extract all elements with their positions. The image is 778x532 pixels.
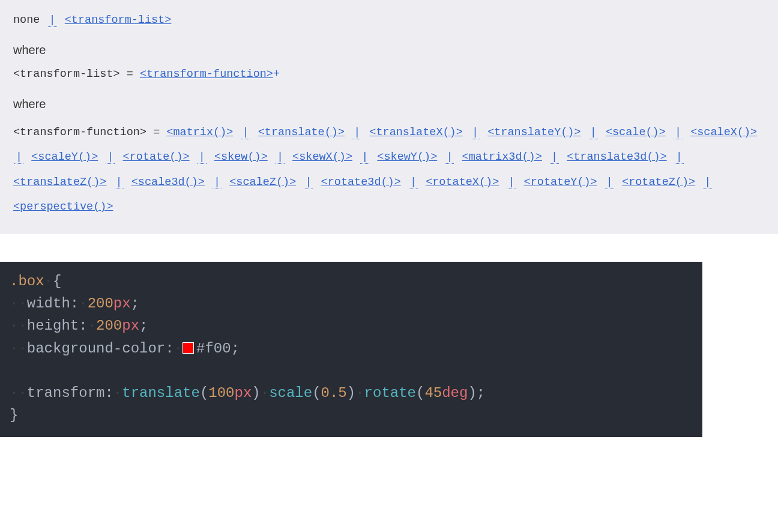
link-transform-func[interactable]: <skewY()> [377, 151, 437, 163]
combinator-pipe[interactable]: | [198, 151, 207, 164]
link-transform-func[interactable]: <rotateY()> [524, 176, 597, 189]
token-semicolon: ; [231, 340, 240, 357]
token-semicolon: ; [131, 295, 139, 312]
combinator-pipe[interactable]: | [213, 176, 222, 189]
token-selector: .box [10, 273, 44, 289]
token-paren-open: ( [416, 385, 424, 401]
whitespace-dot: · [10, 340, 18, 357]
syntax-definition-box: none | <transform-list> where <transform… [0, 0, 778, 234]
token-number: 100 [208, 385, 234, 401]
token-brace-close: } [10, 407, 18, 423]
combinator-pipe[interactable]: | [276, 151, 285, 164]
whitespace-dot: · [174, 340, 182, 357]
link-transform-func[interactable]: <scaleY()> [31, 151, 98, 163]
token-paren-close: ) [252, 385, 260, 401]
token-unit: deg [442, 385, 468, 401]
token-hex: #f00 [196, 340, 231, 357]
combinator-pipe[interactable]: | [409, 176, 418, 189]
token-paren-close: ) [347, 385, 355, 401]
syntax-line-2: <transform-list> = <transform-function>+ [13, 65, 765, 84]
token-function: scale [269, 385, 312, 401]
token-colon: : [104, 385, 113, 401]
combinator-pipe[interactable]: | [48, 14, 57, 27]
multiplier-plus[interactable]: + [273, 68, 280, 80]
link-transform-func[interactable]: <skew()> [214, 151, 268, 163]
color-swatch [182, 342, 194, 354]
link-transform-func[interactable]: <matrix()> [166, 126, 233, 139]
code-line-background: ··background-color:·#f00; [10, 337, 693, 360]
whitespace-dot: · [18, 340, 26, 357]
token-property: transform [27, 385, 105, 401]
token-paren-open: ( [200, 385, 208, 401]
link-transform-func[interactable]: <rotateX()> [426, 176, 499, 189]
syntax-lhs: <transform-list> = [13, 68, 140, 80]
link-transform-func[interactable]: <translate()> [258, 126, 345, 139]
whitespace-dot: · [10, 385, 18, 401]
link-transform-func[interactable]: <scale3d()> [131, 176, 205, 189]
code-line-brace-close: } [10, 404, 693, 426]
syntax-line-3: <transform-function> = <matrix()> | <tra… [13, 119, 765, 222]
combinator-pipe[interactable]: | [445, 151, 454, 164]
code-line-width: ··width:·200px; [10, 292, 693, 315]
token-number: 0.5 [321, 385, 347, 401]
token-unit: px [122, 318, 139, 334]
syntax-line-1: none | <transform-list> [13, 11, 765, 30]
whitespace-dot: · [44, 273, 53, 289]
combinator-pipe[interactable]: | [115, 176, 124, 189]
combinator-pipe[interactable]: | [106, 151, 115, 164]
whitespace-dot: · [18, 295, 26, 312]
token-colon: : [165, 340, 173, 357]
token-unit: px [235, 385, 252, 401]
token-colon: : [79, 318, 87, 334]
combinator-pipe[interactable]: | [550, 151, 559, 164]
value-none: none [13, 14, 40, 26]
combinator-pipe[interactable]: | [675, 151, 684, 164]
combinator-pipe[interactable]: | [703, 176, 712, 189]
token-number: 200 [88, 295, 113, 312]
token-unit: px [113, 295, 131, 312]
where-label-2: where [13, 95, 765, 113]
combinator-pipe[interactable]: | [507, 176, 516, 189]
link-transform-function[interactable]: <transform-function> [140, 68, 273, 80]
where-label-1: where [13, 41, 765, 59]
whitespace-dot: · [355, 385, 364, 401]
token-function: rotate [364, 385, 416, 401]
link-transform-func[interactable]: <translate3d()> [567, 151, 667, 163]
combinator-pipe[interactable]: | [471, 126, 480, 139]
combinator-pipe[interactable]: | [605, 176, 614, 189]
link-transform-func[interactable]: <rotate()> [123, 151, 190, 163]
whitespace-dot: · [10, 318, 18, 334]
link-transform-list[interactable]: <transform-list> [65, 14, 172, 26]
link-transform-func[interactable]: <scaleZ()> [229, 176, 296, 189]
link-transform-func[interactable]: <perspective()> [13, 201, 113, 213]
code-line-blank [10, 360, 693, 382]
link-transform-func[interactable]: <matrix3d()> [462, 151, 542, 163]
token-number: 200 [96, 318, 122, 334]
combinator-pipe[interactable]: | [589, 126, 598, 139]
whitespace-dot: · [79, 295, 87, 312]
link-transform-func[interactable]: <rotate3d()> [321, 176, 401, 189]
token-semicolon: ; [139, 318, 148, 334]
link-transform-func[interactable]: <scaleX()> [690, 126, 757, 139]
combinator-pipe[interactable]: | [304, 176, 313, 189]
syntax-lhs-2: <transform-function> = [13, 126, 166, 139]
token-paren-open: ( [312, 385, 321, 401]
combinator-pipe[interactable]: | [360, 151, 369, 164]
combinator-pipe[interactable]: | [14, 151, 23, 164]
whitespace-dot: · [18, 385, 26, 401]
token-semicolon: ; [477, 385, 485, 401]
whitespace-dot: · [10, 295, 18, 312]
whitespace-dot: · [261, 385, 269, 401]
link-transform-func[interactable]: <translateY()> [487, 126, 580, 139]
code-editor: .box·{ ··width:·200px; ··height:·200px; … [0, 262, 702, 437]
code-line-transform: ··transform:·translate(100px)·scale(0.5)… [10, 382, 693, 404]
link-transform-func[interactable]: <translateX()> [369, 126, 462, 139]
link-transform-func[interactable]: <translateZ()> [13, 176, 106, 189]
combinator-pipe[interactable]: | [674, 126, 683, 139]
combinator-pipe[interactable]: | [241, 126, 250, 139]
link-transform-func[interactable]: <rotateZ()> [622, 176, 695, 189]
link-transform-func[interactable]: <skewX()> [292, 151, 352, 163]
combinator-pipe[interactable]: | [352, 126, 361, 139]
whitespace-dot: · [113, 385, 122, 401]
link-transform-func[interactable]: <scale()> [606, 126, 666, 139]
